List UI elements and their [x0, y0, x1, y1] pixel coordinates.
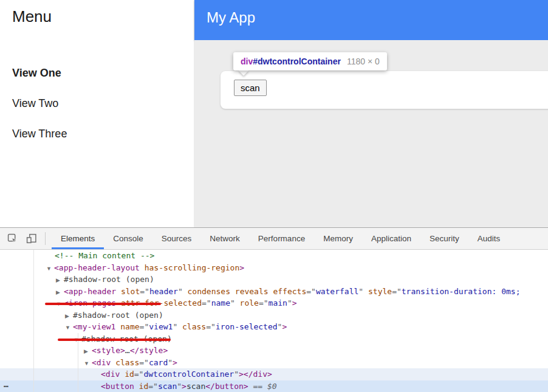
code-token: condenses — [183, 287, 230, 296]
code-token: > — [120, 346, 125, 355]
code-token: <!-- Main content --> — [55, 251, 154, 260]
code-token: div — [97, 358, 111, 367]
dom-tree-row[interactable]: ▼<app-header-layout has-scrolling-region… — [0, 262, 548, 274]
sidebar-item-view-one[interactable]: View One — [12, 66, 67, 96]
devtools-toolbar: ElementsConsoleSourcesNetworkPerformance… — [0, 228, 548, 250]
dom-tree-row[interactable]: <!-- Main content --> — [0, 250, 548, 262]
code-token: style — [97, 346, 120, 355]
menu-title: Menu — [12, 7, 52, 26]
inspect-element-icon[interactable] — [6, 228, 18, 249]
code-token: button — [215, 382, 244, 391]
tab-network[interactable]: Network — [200, 228, 249, 249]
dom-tree-row[interactable]: …<button id="scan">scan</button> == $0 — [0, 380, 548, 392]
code-token: scan — [187, 382, 205, 391]
code-token: … — [125, 346, 130, 355]
code-token: < — [101, 382, 106, 391]
tab-console[interactable]: Console — [104, 228, 152, 249]
code-token: style — [363, 287, 392, 296]
code-token: > — [163, 346, 168, 355]
dom-tree-row[interactable]: <div id="dwtcontrolContainer"></div> — [0, 368, 548, 380]
code-token: </ — [130, 346, 140, 355]
code-token: < — [73, 322, 78, 331]
code-token: name — [211, 298, 230, 308]
code-token: > — [239, 370, 244, 379]
drawer-nav: View OneView TwoView Three — [12, 66, 67, 157]
app-title: My App — [207, 9, 255, 26]
device-toolbar-icon[interactable] — [26, 228, 38, 249]
tooltip-dimensions: 1180 × 0 — [347, 57, 380, 66]
code-token: view1 — [149, 322, 173, 331]
drawer-panel: Menu View OneView TwoView Three — [0, 0, 194, 227]
code-token: div — [253, 370, 267, 379]
code-token: =" — [202, 298, 211, 308]
code-token: < — [92, 346, 97, 355]
tab-audits[interactable]: Audits — [468, 228, 510, 249]
code-token: =" — [306, 287, 316, 296]
tooltip-tag-name: div — [241, 57, 253, 66]
scan-button[interactable]: scan — [234, 80, 267, 96]
code-token: < — [101, 370, 106, 379]
code-token: dwtcontrolContainer — [143, 370, 234, 379]
code-token: =" — [392, 287, 402, 296]
code-token: =" — [206, 322, 216, 331]
content-card — [221, 71, 548, 109]
tab-sources[interactable]: Sources — [152, 228, 201, 249]
code-token: has-scrolling-region — [140, 263, 239, 272]
code-token: " — [234, 370, 239, 379]
tab-security[interactable]: Security — [420, 228, 468, 249]
code-token: =" — [259, 298, 269, 308]
code-token: == — [248, 382, 267, 391]
code-token: div — [106, 370, 120, 379]
code-token: header — [149, 287, 178, 296]
code-token: #shadow-root (open) — [73, 311, 163, 320]
code-token: > — [244, 382, 248, 391]
code-token: card — [149, 358, 168, 367]
code-token: > — [182, 382, 187, 391]
code-token: " — [168, 358, 173, 367]
code-token: </ — [205, 382, 215, 391]
tab-memory[interactable]: Memory — [314, 228, 362, 249]
sidebar-item-view-two[interactable]: View Two — [12, 96, 67, 126]
code-token: transition-duration: 0ms; — [402, 287, 521, 296]
code-token: id — [120, 370, 134, 379]
inspect-tooltip: div#dwtcontrolContainer1180 × 0 — [233, 52, 387, 70]
code-token: iron-selected — [216, 322, 278, 331]
code-token: " — [230, 298, 235, 308]
code-token: role — [235, 298, 259, 308]
code-token: > — [173, 358, 177, 367]
tab-elements[interactable]: Elements — [52, 228, 104, 249]
code-token: effects — [269, 287, 307, 296]
selected-row-menu-icon[interactable]: … — [4, 379, 9, 391]
code-token: " — [178, 287, 183, 296]
code-token: slot — [116, 287, 140, 296]
tab-application[interactable]: Application — [362, 228, 420, 249]
code-token: class — [111, 358, 139, 367]
code-token: app-header-layout — [59, 263, 140, 272]
dom-tree-row[interactable]: ▶#shadow-root (open) — [0, 309, 548, 322]
dom-tree-row[interactable]: ▶<style>…</style> — [0, 345, 548, 357]
code-token: waterfall — [316, 287, 358, 296]
code-token: =" — [134, 370, 144, 379]
dom-tree-row[interactable]: ▶#shadow-root (open) — [0, 273, 548, 286]
code-token: " — [177, 382, 182, 391]
dom-tree-row[interactable]: ▼<div class="card"> — [0, 357, 548, 369]
devtools-panel: ElementsConsoleSourcesNetworkPerformance… — [0, 227, 548, 392]
code-token: =" — [148, 382, 158, 391]
sidebar-item-view-three[interactable]: View Three — [12, 126, 67, 157]
code-token: my-view1 — [78, 322, 116, 331]
dom-tree-row[interactable]: ▼<my-view1 name="view1" class="iron-sele… — [0, 321, 548, 333]
code-token: =" — [139, 358, 149, 367]
shadow-root-red-underline-1 — [45, 303, 161, 305]
code-token: style — [139, 346, 163, 355]
tooltip-element-id: #dwtcontrolContainer — [253, 57, 341, 66]
code-token: " — [358, 287, 363, 296]
code-token: < — [92, 358, 97, 367]
code-token: =" — [140, 287, 149, 296]
code-token: app-header — [69, 287, 116, 296]
tab-performance[interactable]: Performance — [249, 228, 314, 249]
code-token: =" — [140, 322, 149, 331]
code-token: > — [282, 322, 287, 331]
code-token: </ — [244, 370, 253, 379]
dom-tree-row[interactable]: ▶<app-header slot="header" condenses rev… — [0, 286, 548, 298]
code-token: < — [54, 263, 59, 272]
